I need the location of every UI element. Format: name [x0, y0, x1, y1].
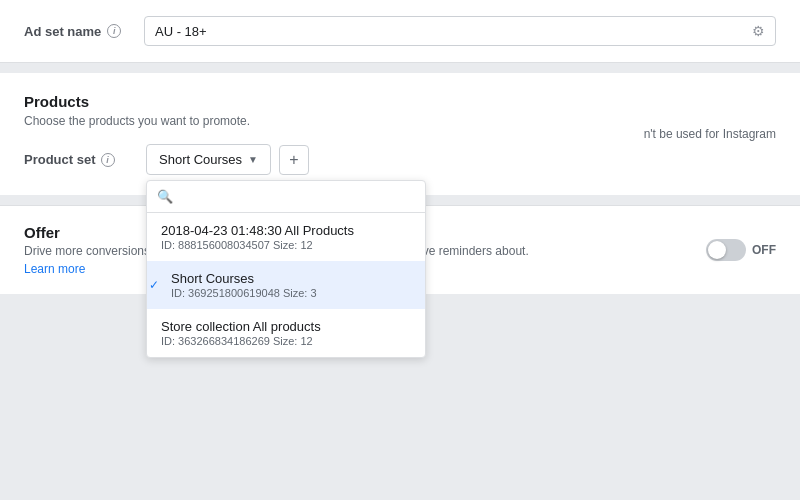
- instagram-note-text: n't be used for Instagram: [644, 127, 776, 141]
- ad-set-input-wrapper: ⚙: [144, 16, 776, 46]
- dropdown-item-title-0: 2018-04-23 01:48:30 All Products: [161, 223, 411, 238]
- product-set-dropdown-button[interactable]: Short Courses ▼: [146, 144, 271, 175]
- dropdown-item-meta-1: ID: 369251800619048 Size: 3: [171, 287, 411, 299]
- instagram-note: n't be used for Instagram: [644, 127, 776, 141]
- offer-toggle[interactable]: [706, 239, 746, 261]
- dropdown-item-all-products[interactable]: 2018-04-23 01:48:30 All Products ID: 888…: [147, 213, 425, 261]
- learn-more-link[interactable]: Learn more: [24, 262, 85, 276]
- product-set-row: Product set i Short Courses ▼ + 🔍 2018-0…: [24, 144, 776, 175]
- products-section: Products Choose the products you want to…: [0, 73, 800, 195]
- product-set-controls: Short Courses ▼ + 🔍 2018-04-23 01:48:30 …: [146, 144, 309, 175]
- products-subtitle: Choose the products you want to promote.: [24, 114, 776, 128]
- dropdown-item-meta-2: ID: 363266834186269 Size: 12: [161, 335, 411, 347]
- ad-set-name-label: Ad set name i: [24, 24, 144, 39]
- product-set-info-icon[interactable]: i: [101, 153, 115, 167]
- dropdown-item-title-2: Store collection All products: [161, 319, 411, 334]
- offer-toggle-wrapper: OFF: [706, 239, 776, 261]
- search-icon: 🔍: [157, 189, 173, 204]
- product-set-selected-label: Short Courses: [159, 152, 242, 167]
- ad-set-name-section: Ad set name i ⚙: [0, 0, 800, 63]
- ad-set-name-text: Ad set name: [24, 24, 101, 39]
- dropdown-item-meta-0: ID: 888156008034507 Size: 12: [161, 239, 411, 251]
- product-set-label-text: Product set: [24, 152, 96, 167]
- ad-set-name-input[interactable]: [155, 24, 752, 39]
- ad-set-info-icon[interactable]: i: [107, 24, 121, 38]
- dropdown-item-title-1: Short Courses: [171, 271, 411, 286]
- checkmark-icon: ✓: [147, 278, 161, 292]
- toggle-label: OFF: [752, 243, 776, 257]
- dropdown-item-store-collection[interactable]: Store collection All products ID: 363266…: [147, 309, 425, 357]
- gear-icon[interactable]: ⚙: [752, 23, 765, 39]
- dropdown-search-row: 🔍: [147, 181, 425, 213]
- dropdown-search-input[interactable]: [179, 189, 415, 204]
- toggle-knob: [708, 241, 726, 259]
- dropdown-caret-icon: ▼: [248, 154, 258, 165]
- add-product-set-button[interactable]: +: [279, 145, 309, 175]
- dropdown-item-short-courses[interactable]: ✓ Short Courses ID: 369251800619048 Size…: [147, 261, 425, 309]
- products-title: Products: [24, 93, 776, 110]
- product-set-label: Product set i: [24, 144, 134, 167]
- product-set-dropdown-menu: 🔍 2018-04-23 01:48:30 All Products ID: 8…: [146, 180, 426, 358]
- add-icon: +: [289, 151, 298, 169]
